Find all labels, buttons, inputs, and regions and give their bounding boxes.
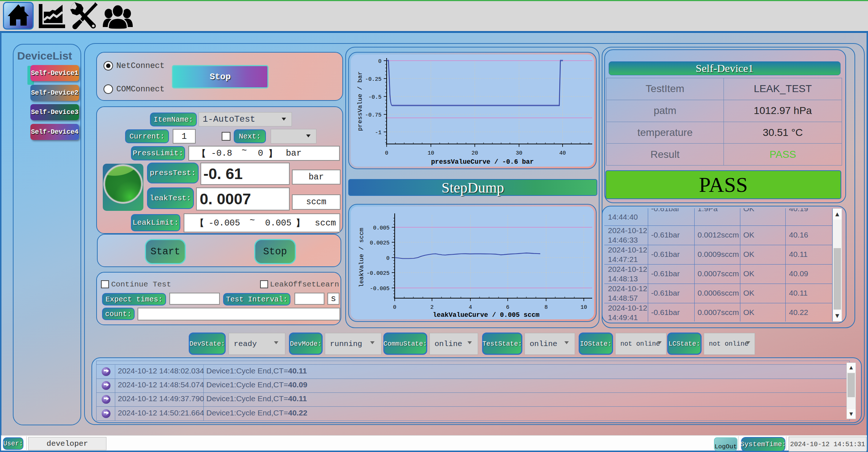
svg-text:0: 0: [385, 150, 388, 156]
svg-text:-0.0025: -0.0025: [367, 270, 390, 277]
svg-text:-0.25: -0.25: [365, 76, 382, 83]
svg-text:0: 0: [386, 255, 390, 262]
svg-text:10: 10: [428, 150, 434, 156]
svg-text:0: 0: [393, 304, 396, 311]
svg-text:leakValue / sccm: leakValue / sccm: [358, 228, 365, 287]
svg-text:4: 4: [469, 304, 472, 311]
svg-text:-0.75: -0.75: [365, 112, 382, 118]
svg-text:-0.5: -0.5: [368, 94, 382, 100]
svg-text:6: 6: [506, 304, 509, 311]
svg-text:30: 30: [516, 150, 522, 156]
svg-text:2: 2: [430, 304, 433, 311]
svg-text:0: 0: [378, 58, 382, 65]
svg-text:leakValueCurve / 0.005 sccm: leakValueCurve / 0.005 sccm: [433, 311, 540, 319]
svg-text:-1: -1: [375, 130, 382, 136]
svg-text:pressValue / bar: pressValue / bar: [357, 71, 364, 131]
svg-text:10: 10: [580, 304, 587, 311]
svg-text:40: 40: [559, 150, 566, 156]
svg-text:0.005: 0.005: [373, 225, 390, 231]
svg-text:20: 20: [471, 150, 478, 156]
svg-text:0.0025: 0.0025: [370, 240, 390, 246]
svg-text:pressValueCurve / -0.6 bar: pressValueCurve / -0.6 bar: [431, 158, 534, 166]
svg-text:8: 8: [544, 304, 548, 311]
svg-text:-0.005: -0.005: [370, 286, 390, 292]
